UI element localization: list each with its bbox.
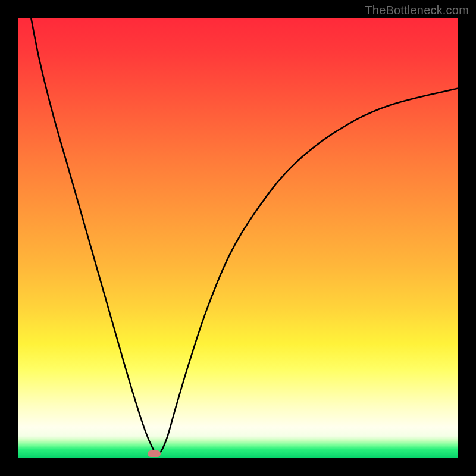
plot-area: [18, 18, 458, 458]
minimum-marker: [148, 450, 161, 457]
watermark: TheBottleneck.com: [365, 4, 469, 17]
chart-frame: TheBottleneck.com: [0, 0, 476, 476]
bottleneck-curve: [18, 18, 458, 458]
